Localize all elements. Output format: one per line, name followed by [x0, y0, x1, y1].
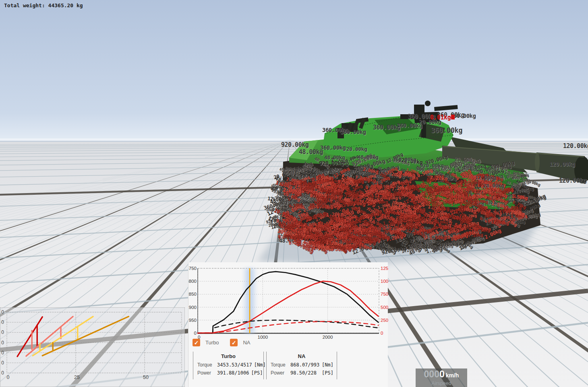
na-power-row: Power 98.50/228 [PS] — [267, 369, 337, 377]
stat-value: 391.88/1006 — [217, 370, 249, 376]
airspeed-caption: Airspeed — [416, 381, 467, 386]
total-weight-label: Total weight: 44365.20 kg — [4, 2, 83, 8]
engine-stats: Turbo Torque 3453.53/4517 [Nm] Power 391… — [193, 352, 337, 379]
svg-text:1000: 1000 — [381, 279, 388, 284]
airspeed-value: 0000km/h — [416, 369, 467, 381]
svg-text:2850: 2850 — [188, 292, 197, 296]
stat-unit: [PS] — [322, 370, 333, 376]
torque-power-panel: 0950190028503800475002505007501000125001… — [188, 262, 388, 387]
svg-text:0: 0 — [1, 329, 4, 335]
gear-shift-diagram-panel[interactable]: 000000002550 — [0, 307, 185, 387]
svg-text:3800: 3800 — [188, 279, 197, 284]
airspeed-unit: km/h — [446, 372, 459, 379]
airspeed-digits-bright: 0 — [439, 369, 445, 379]
svg-text:500: 500 — [381, 305, 388, 310]
svg-text:0: 0 — [1, 360, 4, 366]
svg-text:25: 25 — [74, 375, 80, 380]
stat-value: 3453.53/4517 — [217, 362, 252, 368]
check-icon: ✓ — [230, 339, 238, 346]
turbo-stats-block: Turbo Torque 3453.53/4517 [Nm] Power 391… — [193, 352, 264, 379]
stat-label: Torque — [271, 362, 288, 368]
na-checkbox[interactable]: ✓ NA — [230, 339, 250, 346]
na-torque-row: Torque 868.07/993 [Nm] — [267, 361, 337, 369]
gear-shift-chart: 000000002550 — [0, 308, 184, 387]
svg-text:0: 0 — [381, 331, 383, 336]
torque-power-chart[interactable]: 0950190028503800475002505007501000125001… — [188, 262, 388, 340]
turbo-power-row: Power 391.88/1006 [PS] — [193, 369, 263, 377]
stat-label: Torque — [197, 362, 215, 368]
beamng-viewport: 920.00kg48.00kg920.00kg48.00kg360.00kg12… — [0, 0, 588, 387]
svg-text:0: 0 — [1, 309, 4, 315]
airspeed-widget: 0000km/h Airspeed — [416, 368, 467, 387]
stat-unit: [Nm] — [254, 362, 266, 368]
stat-value: 98.50/228 — [290, 370, 317, 376]
na-stats-title: NA — [267, 352, 337, 361]
na-checkbox-label: NA — [243, 340, 250, 346]
svg-text:0: 0 — [1, 350, 4, 356]
horizon-line — [0, 141, 588, 142]
stat-label: Power — [271, 370, 288, 376]
curve-toggle-row: ✓ Turbo ✓ NA — [193, 339, 251, 346]
svg-text:0: 0 — [1, 370, 4, 376]
svg-text:250: 250 — [381, 318, 388, 323]
stat-unit: [PS] — [251, 370, 263, 376]
na-stats-block: NA Torque 868.07/993 [Nm] Power 98.50/22… — [266, 352, 337, 379]
svg-text:2000: 2000 — [323, 335, 333, 340]
svg-text:4750: 4750 — [188, 266, 197, 271]
barrel-ring — [535, 152, 540, 172]
svg-text:1000: 1000 — [257, 335, 268, 340]
turbo-checkbox[interactable]: ✓ Turbo — [193, 339, 219, 346]
stat-unit: [Nm] — [322, 362, 333, 368]
svg-text:0: 0 — [194, 331, 197, 336]
svg-text:0: 0 — [1, 319, 4, 325]
stat-label: Power — [197, 370, 215, 376]
check-icon: ✓ — [193, 339, 200, 346]
svg-text:1250: 1250 — [381, 266, 388, 271]
svg-text:950: 950 — [189, 318, 197, 323]
svg-text:750: 750 — [381, 292, 388, 296]
turbo-checkbox-label: Turbo — [205, 340, 219, 346]
turbo-torque-row: Torque 3453.53/4517 [Nm] — [193, 361, 263, 369]
turbo-stats-title: Turbo — [193, 352, 263, 361]
airspeed-digits-dim: 000 — [424, 369, 439, 379]
stat-value: 868.07/993 — [290, 362, 319, 368]
sky — [0, 0, 588, 142]
svg-text:1900: 1900 — [188, 305, 197, 310]
svg-text:0: 0 — [1, 340, 4, 346]
svg-text:0: 0 — [7, 375, 10, 380]
svg-text:50: 50 — [143, 375, 149, 380]
